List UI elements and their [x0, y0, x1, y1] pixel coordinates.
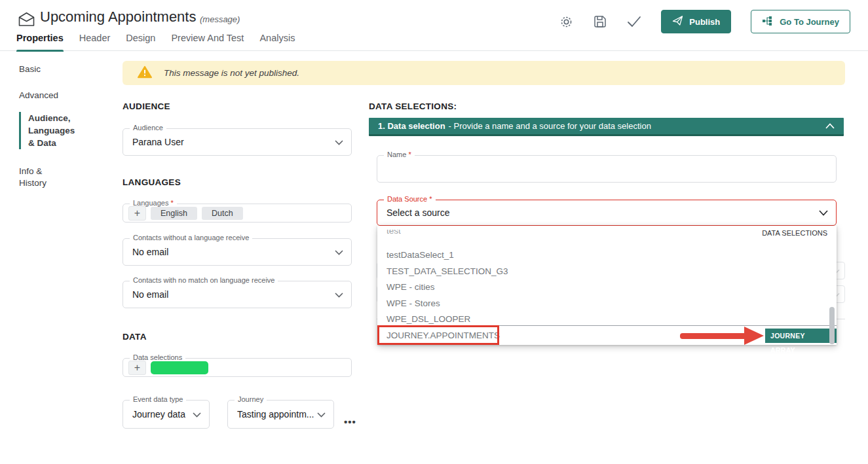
required-asterisk: * [408, 151, 411, 158]
sidebar-item-basic[interactable]: Basic [19, 63, 41, 75]
save-icon[interactable] [593, 14, 607, 29]
name-label: Name [387, 151, 406, 158]
required-asterisk: * [429, 195, 432, 203]
publish-plane-icon [672, 16, 683, 27]
journey-select[interactable]: Journey Tasting appointm... [227, 400, 334, 429]
language-chip-english[interactable]: English [151, 207, 197, 220]
publish-button[interactable]: Publish [661, 10, 731, 33]
more-options-button[interactable]: ••• [344, 416, 356, 427]
data-selections-panel: DATA SELECTIONS: 1. Data selection - Pro… [369, 56, 850, 464]
chevron-down-icon [335, 246, 343, 258]
validate-check-icon[interactable] [627, 14, 641, 29]
data-selection-chip[interactable] [151, 361, 208, 374]
dropdown-item-testdataselect-1[interactable]: testDataSelect_1 [387, 249, 454, 260]
event-data-type-label: Event data type [130, 395, 186, 403]
collapse-chevron-up-icon[interactable] [825, 121, 835, 131]
step-title: 1. Data selection [378, 121, 445, 131]
sidebar-item-audience-languages-data[interactable]: Audience, Languages & Data [19, 112, 81, 149]
no-language-label: Contacts without a language receive [130, 234, 252, 241]
data-selections-field: Data selections + [123, 358, 352, 377]
languages-field: Languages * + English Dutch [123, 204, 352, 223]
tab-preview-and-test[interactable]: Preview And Test [171, 31, 244, 51]
add-language-button[interactable]: + [128, 206, 146, 221]
sidebar-item-advanced[interactable]: Advanced [19, 89, 58, 101]
dropdown-group-label: DATA SELECTIONS [762, 229, 827, 237]
annotation-arrow [680, 333, 747, 339]
journey-appointments-label: JOURNEY.APPOINTMENTS [387, 330, 500, 340]
data-source-placeholder: Select a source [387, 207, 450, 218]
sidebar-item-info-history[interactable]: Info & History [19, 166, 56, 189]
header-actions: Publish Go To Journey [559, 10, 850, 33]
chevron-down-icon [819, 207, 828, 219]
chevron-down-icon [193, 408, 201, 420]
event-data-type-value: Journey data [132, 409, 185, 419]
tab-header[interactable]: Header [79, 31, 111, 51]
left-sidebar: Basic Advanced Audience, Languages & Dat… [0, 51, 122, 464]
dropdown-item-test-data-selection-g3[interactable]: TEST_DATA_SELECTION_G3 [387, 266, 508, 277]
step-description: - Provide a name and a source for your d… [449, 121, 651, 131]
no-match-value: No email [132, 289, 168, 300]
no-language-value: No email [132, 247, 168, 257]
go-to-journey-button[interactable]: Go To Journey [751, 10, 850, 33]
no-match-select[interactable]: Contacts with no match on language recei… [123, 281, 352, 308]
audience-heading: AUDIENCE [123, 101, 170, 111]
tab-analysis[interactable]: Analysis [259, 31, 295, 51]
no-language-select[interactable]: Contacts without a language receive No e… [123, 238, 352, 266]
no-match-label: Contacts with no match on language recei… [130, 276, 278, 284]
journey-array-badge: JOURNEY ARRAY [765, 329, 837, 343]
page-title: Upcoming Appointments [40, 9, 196, 26]
audience-select[interactable]: Audience Parana User [123, 128, 352, 156]
dropdown-item-wpe-stores[interactable]: WPE - Stores [387, 298, 440, 309]
event-data-type-select[interactable]: Event data type Journey data [123, 400, 210, 429]
audience-value: Parana User [132, 137, 184, 147]
page-subtype: (message) [200, 14, 240, 24]
data-selection-step-header[interactable]: 1. Data selection - Provide a name and a… [369, 118, 844, 136]
data-source-select[interactable]: Data Source * Select a source [377, 200, 837, 226]
journey-flow-icon [762, 16, 774, 28]
add-data-selection-button[interactable]: + [128, 361, 146, 375]
data-source-dropdown: DATA SELECTIONS test testDataSelect_1 TE… [377, 226, 837, 345]
tab-design[interactable]: Design [126, 31, 155, 51]
data-heading: DATA [123, 332, 147, 342]
settings-gear-icon[interactable] [559, 14, 573, 29]
chevron-down-icon [335, 289, 343, 300]
top-header: Upcoming Appointments (message) Properti… [0, 0, 868, 51]
tab-bar: Properties Header Design Preview And Tes… [16, 31, 295, 51]
dropdown-scrollbar-thumb[interactable] [829, 307, 835, 344]
tab-properties[interactable]: Properties [16, 31, 64, 51]
warning-text: This message is not yet published. [164, 68, 299, 78]
dropdown-item-wpe-cities[interactable]: WPE - cities [387, 281, 435, 293]
annotation-arrow-head [744, 327, 764, 345]
dropdown-item-wpe-dsl-looper[interactable]: WPE_DSL_LOOPER [387, 313, 470, 325]
audience-label: Audience [130, 124, 166, 132]
dropdown-item-test[interactable]: test [387, 230, 401, 237]
dropdown-item-journey-appointments[interactable]: JOURNEY.APPOINTMENTS JOURNEY ARRAY [377, 326, 837, 345]
languages-heading: LANGUAGES [123, 177, 181, 187]
data-selections-heading: DATA SELECTIONS: [369, 101, 457, 111]
language-chip-dutch[interactable]: Dutch [202, 207, 243, 220]
app-window: Upcoming Appointments (message) Properti… [0, 0, 868, 464]
journey-label: Journey [235, 395, 267, 403]
journey-value: Tasting appointm... [237, 409, 314, 419]
data-source-label: Data Source [387, 195, 427, 203]
chevron-down-icon [335, 136, 343, 148]
message-envelope-icon [18, 12, 35, 29]
warning-triangle-icon [138, 65, 152, 81]
name-field[interactable]: Name * [377, 155, 837, 183]
name-input[interactable] [385, 160, 828, 178]
chevron-down-icon [317, 408, 326, 420]
